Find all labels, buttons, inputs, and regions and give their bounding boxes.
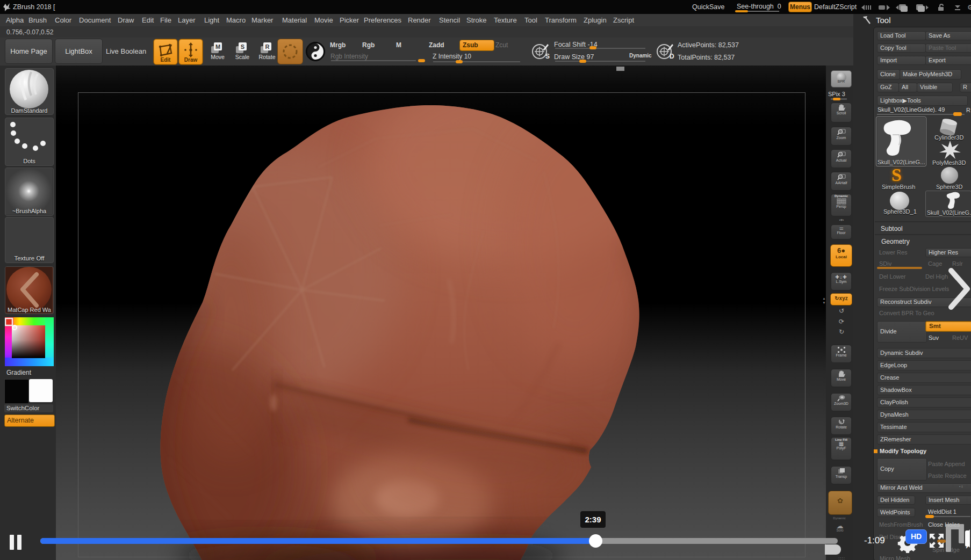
svg-text:Rotate: Rotate [259,54,276,60]
svg-text:S: S [241,43,244,50]
svg-text:M: M [215,43,220,50]
svg-text:Scale: Scale [235,54,249,60]
svg-text:Move: Move [211,54,225,60]
svg-text:S: S [545,53,550,60]
svg-text:Draw: Draw [184,57,198,63]
svg-text:D: D [670,53,674,60]
svg-text:Edit: Edit [161,57,171,63]
svg-text:R: R [265,43,270,50]
